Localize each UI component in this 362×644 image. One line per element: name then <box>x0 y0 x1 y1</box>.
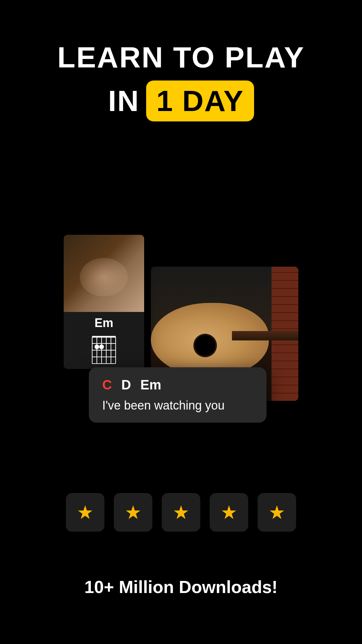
headline: Learn to play in 1 day <box>0 40 362 121</box>
chord-label: Em <box>68 316 140 330</box>
star-box: ★ <box>258 493 296 532</box>
chord-item: Em <box>140 377 161 392</box>
lyrics-card: C D Em I've been watching you <box>89 367 266 423</box>
star-icon: ★ <box>77 501 94 523</box>
media-preview: Em <box>64 235 298 423</box>
headline-prefix: in <box>108 84 139 118</box>
fretboard-image <box>64 235 144 312</box>
star-icon: ★ <box>173 501 189 523</box>
star-icon: ★ <box>221 501 237 523</box>
headline-highlight: 1 day <box>146 80 254 121</box>
rating-row: ★ ★ ★ ★ ★ <box>66 493 296 532</box>
headline-line1: Learn to play <box>0 40 362 74</box>
headline-line2: in 1 day <box>0 80 362 121</box>
downloads-label: 10+ Million Downloads! <box>0 577 362 597</box>
star-icon: ★ <box>268 501 285 523</box>
svg-point-12 <box>99 344 104 349</box>
chord-row: C D Em <box>102 377 253 392</box>
star-box: ★ <box>66 493 105 532</box>
star-box: ★ <box>162 493 200 532</box>
chord-section: Em <box>64 312 144 369</box>
star-icon: ★ <box>125 501 141 523</box>
svg-point-11 <box>95 344 99 349</box>
lyrics-text: I've been watching you <box>102 398 253 413</box>
chord-diagram-icon <box>87 333 121 366</box>
guitar-soundhole <box>193 334 217 357</box>
chord-active: C <box>102 377 112 392</box>
star-box: ★ <box>114 493 153 532</box>
guitar-neck <box>232 331 298 340</box>
fretboard-card: Em <box>64 235 144 369</box>
star-box: ★ <box>210 493 248 532</box>
chord-item: D <box>121 377 131 392</box>
